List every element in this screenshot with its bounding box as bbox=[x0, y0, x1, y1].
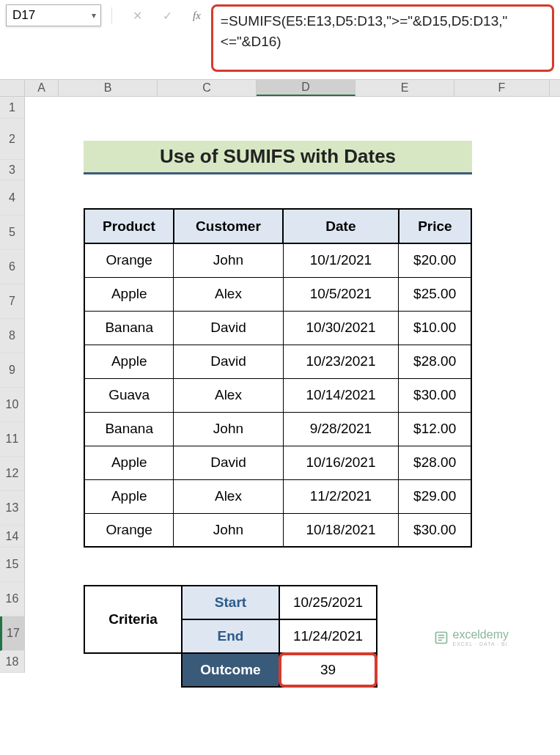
row-header-6[interactable]: 6 bbox=[0, 250, 25, 284]
table-row: AppleAlex10/5/2021$25.00 bbox=[84, 277, 471, 311]
cell-price[interactable]: $30.00 bbox=[399, 378, 471, 412]
cell-date[interactable]: 10/30/2021 bbox=[283, 311, 399, 345]
row-header-5[interactable]: 5 bbox=[0, 216, 25, 250]
watermark-brand: exceldemy bbox=[453, 628, 509, 641]
cancel-icon[interactable]: ✕ bbox=[133, 9, 142, 23]
cell-product[interactable]: Orange bbox=[84, 513, 174, 547]
cell-product[interactable]: Apple bbox=[84, 277, 174, 311]
cell-customer[interactable]: Alex bbox=[174, 277, 283, 311]
cell-customer[interactable]: John bbox=[174, 412, 283, 446]
cell-price[interactable]: $29.00 bbox=[399, 479, 471, 513]
column-header-C[interactable]: C bbox=[158, 80, 257, 96]
cell-price[interactable]: $28.00 bbox=[399, 345, 471, 378]
table-row: OrangeJohn10/1/2021$20.00 bbox=[84, 243, 471, 277]
outcome-text: 39 bbox=[320, 662, 336, 677]
watermark-icon bbox=[434, 630, 449, 645]
cell-customer[interactable]: David bbox=[174, 446, 283, 479]
criteria-table: Criteria Start 10/25/2021 End 11/24/2021… bbox=[84, 585, 377, 688]
row-header-18[interactable]: 18 bbox=[0, 651, 25, 673]
criteria-start-value[interactable]: 10/25/2021 bbox=[279, 586, 377, 619]
cell-price[interactable]: $12.00 bbox=[399, 412, 471, 446]
spreadsheet-grid: ABCDEF 123456789101112131415161718 Use o… bbox=[0, 79, 560, 727]
cell-customer[interactable]: Alex bbox=[174, 378, 283, 412]
watermark: exceldemy EXCEL · DATA · BI bbox=[434, 628, 509, 647]
row-header-2[interactable]: 2 bbox=[0, 119, 25, 160]
select-all-corner[interactable] bbox=[0, 80, 25, 96]
cell-product[interactable]: Orange bbox=[84, 243, 174, 277]
table-row: AppleDavid10/16/2021$28.00 bbox=[84, 446, 471, 479]
row-headers: 123456789101112131415161718 bbox=[0, 97, 25, 673]
criteria-start-row: Criteria Start 10/25/2021 bbox=[84, 586, 377, 619]
col-header-product: Product bbox=[84, 209, 174, 243]
cell-date[interactable]: 10/1/2021 bbox=[283, 243, 399, 277]
row-header-10[interactable]: 10 bbox=[0, 388, 25, 422]
title-text: Use of SUMIFS with Dates bbox=[160, 145, 396, 168]
row-header-13[interactable]: 13 bbox=[0, 491, 25, 526]
table-row: AppleDavid10/23/2021$28.00 bbox=[84, 345, 471, 378]
cell-price[interactable]: $28.00 bbox=[399, 446, 471, 479]
row-header-12[interactable]: 12 bbox=[0, 457, 25, 491]
criteria-end-value[interactable]: 11/24/2021 bbox=[279, 619, 377, 653]
cell-date[interactable]: 10/16/2021 bbox=[283, 446, 399, 479]
cell-date[interactable]: 10/5/2021 bbox=[283, 277, 399, 311]
cell-date[interactable]: 10/23/2021 bbox=[283, 345, 399, 378]
table-row: BananaDavid10/30/2021$10.00 bbox=[84, 311, 471, 345]
row-header-3[interactable]: 3 bbox=[0, 160, 25, 180]
cell-product[interactable]: Banana bbox=[84, 412, 174, 446]
formula-text: =SUMIFS(E5:E13,D5:D13,">="&D15,D5:D13,"<… bbox=[221, 13, 507, 49]
column-header-A[interactable]: A bbox=[25, 80, 59, 96]
column-header-F[interactable]: F bbox=[454, 80, 550, 96]
cell-price[interactable]: $10.00 bbox=[399, 311, 471, 345]
row-header-4[interactable]: 4 bbox=[0, 180, 25, 216]
row-header-7[interactable]: 7 bbox=[0, 284, 25, 319]
cell-product[interactable]: Apple bbox=[84, 345, 174, 378]
cell-date[interactable]: 10/14/2021 bbox=[283, 378, 399, 412]
table-row: BananaJohn9/28/2021$12.00 bbox=[84, 412, 471, 446]
row-header-11[interactable]: 11 bbox=[0, 422, 25, 457]
cell-customer[interactable]: David bbox=[174, 345, 283, 378]
cell-customer[interactable]: Alex bbox=[174, 479, 283, 513]
criteria-label: Criteria bbox=[84, 586, 182, 653]
criteria-outcome-row: Outcome 39 bbox=[84, 653, 377, 687]
criteria-outcome-value[interactable]: 39 bbox=[279, 653, 377, 687]
sheet-body[interactable]: Use of SUMIFS with Dates ProductCustomer… bbox=[25, 97, 560, 727]
row-header-8[interactable]: 8 bbox=[0, 319, 25, 353]
col-header-price: Price bbox=[399, 209, 471, 243]
column-header-B[interactable]: B bbox=[59, 80, 158, 96]
col-header-date: Date bbox=[283, 209, 399, 243]
row-header-16[interactable]: 16 bbox=[0, 582, 25, 616]
name-box[interactable]: D17 bbox=[6, 4, 101, 26]
table-row: AppleAlex11/2/2021$29.00 bbox=[84, 479, 471, 513]
formula-input[interactable]: =SUMIFS(E5:E13,D5:D13,">="&D15,D5:D13,"<… bbox=[211, 4, 554, 72]
cell-price[interactable]: $20.00 bbox=[399, 243, 471, 277]
table-row: GuavaAlex10/14/2021$30.00 bbox=[84, 378, 471, 412]
cell-date[interactable]: 10/18/2021 bbox=[283, 513, 399, 547]
row-header-1[interactable]: 1 bbox=[0, 97, 25, 119]
column-header-E[interactable]: E bbox=[355, 80, 454, 96]
row-header-15[interactable]: 15 bbox=[0, 548, 25, 582]
fx-icon[interactable]: fx bbox=[193, 10, 201, 22]
row-header-17[interactable]: 17 bbox=[0, 616, 25, 651]
empty-cell bbox=[84, 653, 182, 687]
cell-price[interactable]: $30.00 bbox=[399, 513, 471, 547]
cell-customer[interactable]: John bbox=[174, 513, 283, 547]
table-header-row: ProductCustomerDatePrice bbox=[84, 209, 471, 243]
confirm-icon[interactable]: ✓ bbox=[163, 9, 172, 23]
row-header-14[interactable]: 14 bbox=[0, 526, 25, 548]
cell-product[interactable]: Apple bbox=[84, 446, 174, 479]
cell-date[interactable]: 9/28/2021 bbox=[283, 412, 399, 446]
column-headers: ABCDEF bbox=[0, 79, 560, 97]
column-header-D[interactable]: D bbox=[257, 80, 355, 96]
cell-customer[interactable]: John bbox=[174, 243, 283, 277]
criteria-end-label: End bbox=[182, 619, 279, 653]
cell-customer[interactable]: David bbox=[174, 311, 283, 345]
row-header-9[interactable]: 9 bbox=[0, 353, 25, 388]
criteria-outcome-label: Outcome bbox=[182, 653, 279, 687]
watermark-sub: EXCEL · DATA · BI bbox=[453, 641, 509, 647]
cell-product[interactable]: Guava bbox=[84, 378, 174, 412]
cell-date[interactable]: 11/2/2021 bbox=[283, 479, 399, 513]
cell-product[interactable]: Banana bbox=[84, 311, 174, 345]
cell-product[interactable]: Apple bbox=[84, 479, 174, 513]
formula-bar-controls: ✕ ✓ fx bbox=[108, 4, 204, 26]
cell-price[interactable]: $25.00 bbox=[399, 277, 471, 311]
